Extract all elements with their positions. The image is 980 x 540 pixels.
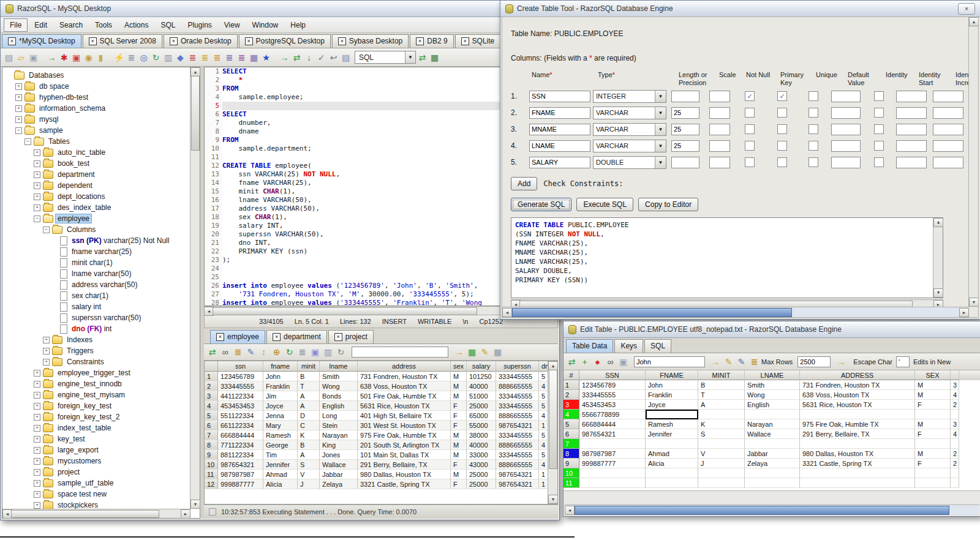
cell[interactable]: F: [915, 400, 951, 410]
results-scroll-thumb[interactable]: [549, 370, 557, 469]
not-null-checkbox[interactable]: [745, 141, 755, 151]
table-sort-icon[interactable]: ≣: [211, 51, 223, 64]
row-number[interactable]: 10: [564, 468, 579, 478]
tree-item-databases[interactable]: Databases: [2, 70, 190, 81]
close-icon[interactable]: ×: [958, 3, 975, 15]
table-row[interactable]: 4453453453JoyceAEnglish5631 Rice, Housto…: [205, 401, 557, 411]
edit-table-row[interactable]: 45566778899: [564, 410, 980, 419]
tree-hscroll-thumb[interactable]: [11, 510, 159, 518]
cell[interactable]: 987987987: [579, 449, 646, 459]
tree-item-db-space[interactable]: +db space: [2, 81, 190, 92]
edit-table-row[interactable]: 1123456789JohnBSmith731 Fondren, Houston…: [564, 380, 980, 390]
edit-pencil-blue-icon[interactable]: ✎: [736, 356, 747, 368]
expand-icon[interactable]: +: [34, 414, 40, 421]
primary-key-checkbox[interactable]: [777, 141, 787, 151]
length-input[interactable]: [671, 124, 699, 135]
length-input[interactable]: [671, 140, 699, 152]
database-icon[interactable]: ▮: [95, 51, 107, 64]
chevron-down-icon[interactable]: ▼: [655, 107, 666, 119]
connect-icon[interactable]: →: [46, 51, 58, 64]
table-row[interactable]: 11987987987AhmadVJabbar980 Dallas, Houst…: [205, 470, 557, 479]
copy-to-editor-button[interactable]: Copy to Editor: [638, 198, 698, 211]
escape-char-input[interactable]: [896, 356, 910, 367]
tree-item-mycustomers[interactable]: +mycustomers: [2, 456, 190, 467]
tree-item-project[interactable]: +project: [2, 467, 190, 478]
edit-column-header-address[interactable]: ADDRESS: [800, 370, 915, 380]
identity-checkbox[interactable]: [874, 91, 884, 101]
expand-icon[interactable]: +: [34, 370, 40, 377]
close-tab-icon[interactable]: ×: [8, 37, 16, 45]
close-tab-icon[interactable]: ×: [245, 37, 253, 45]
column-type-select[interactable]: INTEGER▼: [593, 90, 666, 103]
identity-start-input[interactable]: [896, 157, 927, 168]
main-title-bar[interactable]: RazorSQL - MySQL Desktop: [1, 1, 559, 17]
expand-icon[interactable]: +: [34, 149, 40, 156]
new-connection-icon[interactable]: ◉: [83, 51, 94, 64]
editor-hscroll-thumb[interactable]: [213, 307, 477, 315]
menu-sql[interactable]: SQL: [155, 19, 181, 31]
identity-checkbox[interactable]: [874, 124, 884, 134]
edit-table-row[interactable]: 3453453453JoyceAEnglish5631 Rice, Housto…: [564, 400, 980, 410]
cell[interactable]: T: [698, 390, 745, 400]
expand-icon[interactable]: +: [34, 392, 40, 399]
cell[interactable]: F: [915, 429, 951, 439]
cell[interactable]: [915, 410, 951, 419]
row-number[interactable]: 8: [564, 449, 579, 459]
chevron-down-icon[interactable]: ▼: [655, 157, 666, 168]
filter-table-icon[interactable]: ≣: [748, 356, 760, 368]
expand-icon[interactable]: +: [34, 491, 40, 498]
tree-item-dept-locations[interactable]: +dept_locations: [2, 191, 190, 202]
image-icon[interactable]: ▣: [309, 346, 321, 358]
unique-checkbox[interactable]: [809, 141, 818, 151]
column-header-minit[interactable]: minit: [298, 361, 320, 372]
tree-item-key-test[interactable]: +key_test: [2, 433, 190, 444]
auto-refresh-icon[interactable]: ⇄: [417, 51, 428, 64]
column-header-address[interactable]: address: [358, 361, 451, 372]
cell[interactable]: [698, 478, 745, 488]
table-row[interactable]: 9881122334TimAJones101 Main St, Dallas T…: [205, 450, 557, 460]
close-tab-icon[interactable]: ×: [461, 37, 469, 45]
save-table-icon[interactable]: ▣: [617, 356, 629, 368]
identity-increment-input[interactable]: [933, 140, 963, 152]
expand-icon[interactable]: +: [43, 348, 50, 354]
key-icon[interactable]: ⊕: [271, 346, 282, 358]
refresh-table-icon[interactable]: ⇄: [566, 356, 578, 368]
undo-icon[interactable]: ↩: [328, 51, 339, 64]
identity-start-input[interactable]: [896, 107, 927, 119]
cell[interactable]: Zelaya: [745, 459, 800, 468]
cell[interactable]: 2: [951, 400, 959, 410]
cell[interactable]: 980 Dallas, Houston TX: [800, 449, 915, 459]
edit-column-header-partial[interactable]: [951, 370, 959, 380]
cell[interactable]: B: [698, 380, 745, 390]
tab-postgresql-desktop[interactable]: ×PostgreSQL Desktop: [239, 34, 331, 48]
cell[interactable]: [579, 478, 646, 488]
cell[interactable]: 987654321: [579, 429, 646, 439]
edit-table-row[interactable]: 8987987987AhmadVJabbar980 Dallas, Housto…: [564, 449, 980, 459]
cell[interactable]: 666884444: [579, 419, 646, 429]
scale-input[interactable]: [709, 157, 730, 168]
close-tab-icon[interactable]: ×: [338, 37, 346, 45]
primary-key-checkbox[interactable]: [777, 108, 787, 118]
cell[interactable]: 123456789: [579, 380, 646, 390]
identity-start-input[interactable]: [896, 124, 927, 135]
tree-item-sample[interactable]: −sample: [2, 125, 190, 136]
scroll-down-icon[interactable]: ▼: [190, 500, 200, 509]
check-syntax-icon[interactable]: ✓: [315, 51, 327, 64]
results-vertical-scrollbar[interactable]: ▲ ▼: [548, 361, 557, 504]
cell[interactable]: [800, 410, 915, 419]
column-type-select[interactable]: VARCHAR▼: [593, 123, 666, 136]
close-tab-icon[interactable]: ×: [216, 333, 224, 341]
tree-item-constraints[interactable]: +Constraints: [2, 356, 190, 367]
expand-icon[interactable]: +: [34, 436, 40, 443]
row-number[interactable]: 6: [564, 429, 579, 439]
scroll-right-icon[interactable]: ►: [181, 509, 190, 519]
default-value-input[interactable]: [831, 157, 861, 168]
scroll-down-icon[interactable]: ▼: [933, 288, 943, 298]
column-name-input[interactable]: [529, 140, 590, 152]
edit-pencil-icon[interactable]: ✎: [723, 356, 734, 368]
open-file-icon[interactable]: ▱: [15, 51, 27, 64]
cell[interactable]: Jabbar: [745, 449, 800, 459]
chevron-down-icon[interactable]: ▼: [655, 124, 666, 135]
search-input[interactable]: [634, 356, 705, 367]
close-tab-icon[interactable]: ×: [170, 37, 178, 45]
